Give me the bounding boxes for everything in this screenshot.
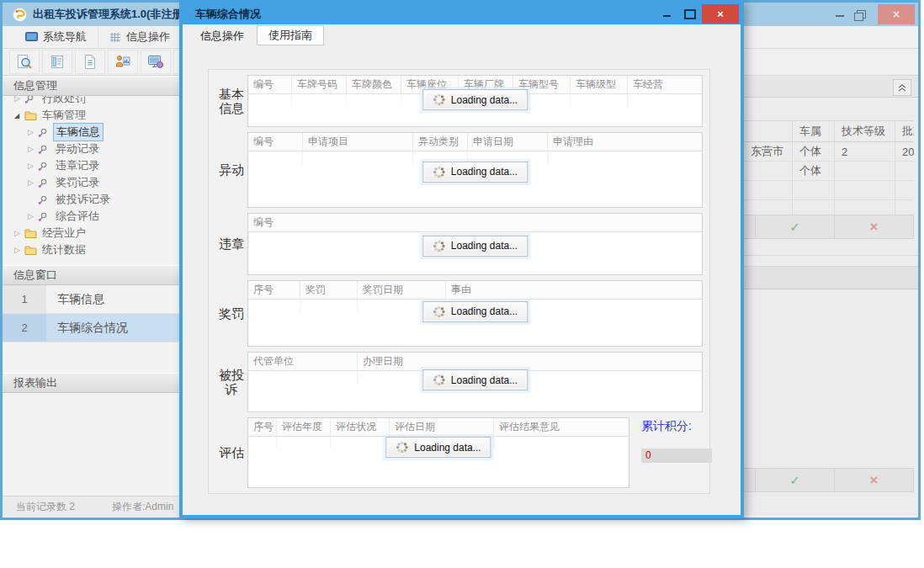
minimize-button-main[interactable]: [829, 7, 851, 22]
wrench-icon: [38, 127, 53, 137]
cumulative-score-label: 累计积分:: [641, 419, 732, 434]
loading-data-button[interactable]: Loading data...: [422, 162, 528, 183]
tree-expand-arrow[interactable]: ◢: [14, 112, 24, 119]
menu-item-system-nav[interactable]: 系统导航: [14, 26, 98, 49]
sidebar-section-info-windows[interactable]: 信息窗口: [3, 265, 180, 285]
minimize-button-dialog[interactable]: [655, 6, 678, 23]
column-header: 申请理由: [548, 133, 702, 151]
loading-data-button[interactable]: Loading data...: [422, 369, 528, 390]
column-header: 评估状况: [331, 418, 390, 436]
loading-data-label: Loading data...: [451, 240, 518, 252]
section-label: 违章: [215, 213, 247, 275]
tree-item-complained-records[interactable]: 被投诉记录: [3, 191, 180, 208]
section-label: 基本信息: [215, 75, 247, 127]
cumulative-score-box: 累计积分:0: [641, 417, 732, 488]
dialog-window-controls: ×: [655, 3, 739, 24]
approve-reject-row-bottom: ✓×: [741, 468, 914, 492]
tree-expand-arrow[interactable]: ▷: [28, 178, 38, 187]
loading-data-label: Loading data...: [451, 166, 518, 178]
loading-data-button[interactable]: Loading data...: [422, 236, 528, 257]
tree-item-admin-penalty[interactable]: ▷行政处罚: [3, 96, 180, 107]
approve-button[interactable]: ✓: [756, 468, 835, 492]
ghost-cell: [571, 94, 628, 107]
reject-button[interactable]: ×: [835, 468, 914, 492]
column-header: 编号: [248, 76, 292, 93]
tree-item-vehicle-info[interactable]: ▷车辆信息: [3, 124, 180, 141]
toolbar-button-user-report[interactable]: [108, 50, 138, 74]
column-header: 异动类别: [413, 133, 468, 151]
tree-item-vehicle-mgmt[interactable]: ◢车辆管理: [3, 107, 180, 124]
main-window-controls: ×: [829, 3, 915, 26]
ghost-cell: [248, 371, 358, 384]
dialog-tab-strip: 信息操作使用指南: [183, 24, 741, 45]
toolbar-button-monitor-globe[interactable]: [141, 50, 171, 74]
tab-info-operation[interactable]: 信息操作: [189, 26, 255, 45]
tree-item-change-records[interactable]: ▷异动记录: [3, 141, 180, 157]
menu-item-label: 信息操作: [126, 29, 170, 45]
wrench-icon: [38, 161, 53, 171]
loading-data-button[interactable]: Loading data...: [422, 89, 528, 110]
toolbar-button-document[interactable]: [75, 50, 105, 74]
sidebar: 信息管理 ▷行政处罚◢车辆管理▷车辆信息▷异动记录▷违章记录▷奖罚记录被投诉记录…: [3, 76, 180, 496]
section-basic-info: 基本信息编号车牌号码车牌颜色车辆座位车辆厂牌车辆型号车辆级型车经营Loading…: [215, 75, 703, 127]
column-header: 办理日期: [358, 353, 702, 370]
column-header: 车牌号码: [292, 76, 347, 93]
toolbar-button-form-list[interactable]: [42, 50, 72, 74]
wrench-icon: [38, 178, 53, 188]
tree-expand-arrow[interactable]: ▷: [28, 145, 38, 153]
column-header: 评估日期: [390, 418, 494, 436]
tree-expand-arrow[interactable]: ▷: [14, 246, 24, 254]
window-list-item-vehicle-summary-window[interactable]: 2车辆综合情况: [3, 314, 180, 342]
table-cell: [895, 162, 914, 180]
column-header: 序号: [248, 281, 300, 299]
reject-button[interactable]: ×: [835, 215, 914, 239]
tab-user-guide[interactable]: 使用指南: [257, 25, 324, 45]
cross-icon: ×: [870, 220, 879, 234]
close-button-dialog[interactable]: ×: [702, 4, 739, 24]
loading-data-button[interactable]: Loading data...: [422, 301, 528, 322]
ghost-cell: [300, 300, 358, 312]
ghost-cell: [248, 300, 300, 312]
column-header: 评估年度: [277, 418, 331, 436]
window-list-label: 车辆综合情况: [46, 314, 180, 342]
vehicle-summary-dialog: 车辆综合情况 × 信息操作使用指南 基本信息编号车牌号码车牌颜色车辆座位车辆厂牌…: [179, 0, 744, 518]
spinner-icon: [433, 93, 445, 106]
tree-expand-arrow[interactable]: ▷: [14, 96, 24, 103]
sidebar-section-info-management[interactable]: 信息管理: [3, 76, 180, 96]
tree-item-statistics-data[interactable]: ▷统计数据: [3, 242, 180, 258]
dialog-titlebar: 车辆综合情况 ×: [183, 3, 741, 24]
tree-item-reward-penalty-records[interactable]: ▷奖罚记录: [3, 174, 180, 191]
toolbar-button-search-record[interactable]: [9, 50, 40, 74]
tree-item-business-households[interactable]: ▷经营业户: [3, 225, 180, 242]
tree-expand-arrow[interactable]: ▷: [14, 229, 24, 237]
window-list-number: 1: [3, 285, 46, 313]
loading-data-button[interactable]: Loading data...: [385, 437, 491, 458]
ghost-cell: [548, 151, 549, 164]
window-list-item-vehicle-info-window[interactable]: 1车辆信息: [3, 285, 180, 314]
dialog-content-panel: 基本信息编号车牌号码车牌颜色车辆座位车辆厂牌车辆型号车辆级型车经营Loading…: [208, 69, 710, 494]
column-header: 序号: [248, 418, 277, 436]
app-logo-icon: [13, 8, 27, 22]
wrench-icon: [24, 96, 40, 104]
loading-data-label: Loading data...: [451, 374, 518, 386]
wrench-icon: [38, 211, 53, 221]
menu-item-info-operation[interactable]: 信息操作: [98, 26, 182, 49]
tree-expand-arrow[interactable]: ▷: [28, 128, 38, 136]
ghost-cell: [494, 437, 495, 449]
spinner-icon: [433, 374, 445, 386]
tree-item-comprehensive-evaluation[interactable]: ▷综合评估: [3, 208, 180, 225]
section-reward-penalty: 奖罚序号奖罚奖罚日期事由Loading data...: [215, 280, 703, 348]
collapse-chevron-button[interactable]: [893, 79, 911, 96]
dialog-title: 车辆综合情况: [195, 7, 261, 22]
approve-button[interactable]: ✓: [756, 215, 835, 239]
tree-expand-arrow[interactable]: ▷: [28, 212, 38, 220]
restore-button-main[interactable]: [851, 7, 873, 22]
table-cell: 个体: [793, 162, 835, 180]
close-button-main[interactable]: ×: [878, 4, 915, 24]
user-report-icon: [114, 54, 131, 70]
tree-item-violation-records[interactable]: ▷违章记录: [3, 157, 180, 174]
tree-expand-arrow[interactable]: ▷: [28, 162, 38, 170]
maximize-button-dialog[interactable]: [678, 6, 702, 23]
status-record-count: 当前记录数 2: [16, 500, 75, 514]
sidebar-section-report-output[interactable]: 报表输出: [3, 373, 180, 393]
